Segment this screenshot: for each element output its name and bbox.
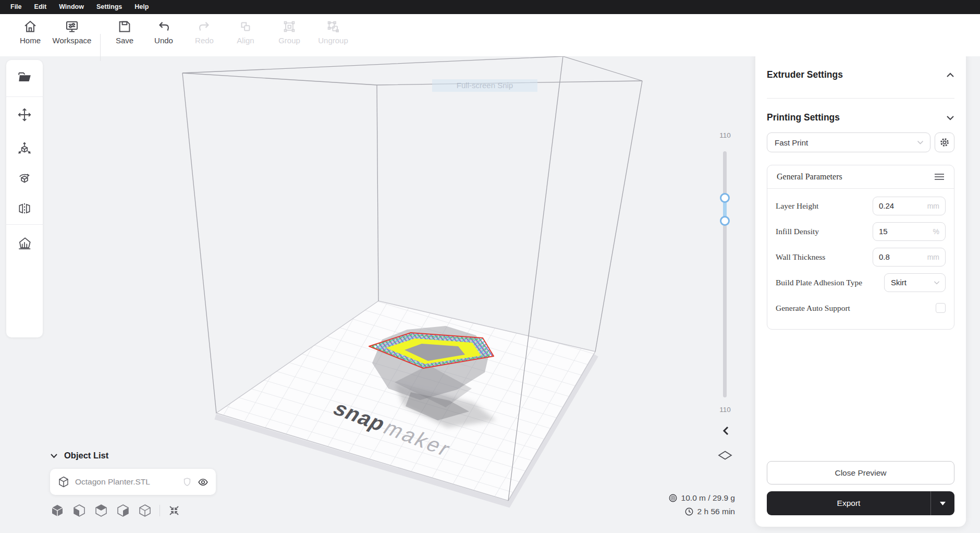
wall-thickness-unit: mm bbox=[927, 253, 939, 261]
layer-height-unit: mm bbox=[927, 202, 939, 210]
front-view-button[interactable] bbox=[72, 503, 87, 518]
extruder-settings-title: Extruder Settings bbox=[767, 69, 843, 80]
rotate-icon bbox=[17, 171, 32, 186]
workspace-label: Workspace bbox=[53, 36, 92, 45]
home-button[interactable]: Home bbox=[10, 19, 50, 45]
save-icon bbox=[117, 19, 132, 34]
auto-support-label: Generate Auto Support bbox=[776, 304, 850, 313]
settings-panel: Extruder Settings Printing Settings Fast… bbox=[755, 50, 966, 527]
export-button[interactable]: Export bbox=[767, 491, 954, 515]
undo-button[interactable]: Undo bbox=[144, 19, 183, 45]
ungroup-label: Ungroup bbox=[318, 36, 348, 45]
layer-bottom-value: 110 bbox=[713, 406, 737, 414]
layer-slider-upper-handle[interactable] bbox=[720, 193, 730, 203]
luban-app: snap maker Full-screen Snip Fi bbox=[0, 0, 980, 533]
top-view-button[interactable] bbox=[94, 503, 108, 518]
fit-view-icon[interactable] bbox=[167, 504, 181, 517]
group-icon bbox=[281, 19, 297, 34]
panel-bottom-actions: Close Preview Export bbox=[767, 461, 954, 515]
close-preview-button[interactable]: Close Preview bbox=[767, 461, 954, 484]
iso-view-button[interactable] bbox=[50, 503, 65, 518]
fullscreen-snip-tooltip: Full-screen Snip bbox=[432, 79, 537, 92]
chevron-down-icon[interactable] bbox=[946, 115, 954, 120]
object-list-title: Object List bbox=[64, 451, 108, 461]
printing-settings-title: Printing Settings bbox=[767, 112, 840, 123]
adhesion-type-row: Build Plate Adhesion Type Skirt bbox=[776, 270, 946, 295]
save-label: Save bbox=[116, 36, 133, 45]
group-button[interactable]: Group bbox=[270, 19, 309, 45]
support-tool-button[interactable] bbox=[13, 232, 36, 255]
move-icon bbox=[17, 107, 32, 123]
extruder-settings-header[interactable]: Extruder Settings bbox=[767, 69, 954, 80]
visibility-eye-icon[interactable] bbox=[198, 477, 209, 488]
view-preset-row bbox=[50, 503, 216, 518]
support-shield-icon[interactable] bbox=[182, 477, 192, 487]
print-profile-select[interactable]: Fast Print bbox=[767, 132, 930, 152]
align-label: Align bbox=[237, 36, 254, 45]
export-dropdown-button[interactable] bbox=[930, 491, 954, 515]
menu-window[interactable]: Window bbox=[53, 0, 90, 14]
scale-tool-button[interactable] bbox=[13, 137, 36, 160]
object-list-header[interactable]: Object List bbox=[50, 451, 216, 461]
mirror-icon bbox=[17, 201, 32, 216]
infill-density-row: Infill Density 15 % bbox=[776, 219, 946, 244]
collapse-slider-chevron[interactable] bbox=[721, 426, 730, 436]
general-parameters-card: General Parameters Layer Height 0.24 mm … bbox=[767, 165, 954, 330]
rotate-tool-button[interactable] bbox=[13, 167, 36, 190]
menu-file[interactable]: File bbox=[4, 0, 28, 14]
auto-support-checkbox[interactable] bbox=[936, 303, 946, 313]
object-name: Octagon Planter.STL bbox=[75, 477, 177, 487]
save-button[interactable]: Save bbox=[105, 19, 144, 45]
object-list: Object List Octagon Planter.STL bbox=[50, 451, 216, 518]
general-parameters-rows: Layer Height 0.24 mm Infill Density 15 %… bbox=[767, 189, 954, 329]
time-stat: 2 h 56 min bbox=[684, 507, 735, 516]
infill-density-unit: % bbox=[933, 227, 939, 236]
layer-height-input[interactable]: 0.24 mm bbox=[873, 197, 946, 215]
mirror-tool-button[interactable] bbox=[13, 197, 36, 220]
chevron-up-icon[interactable] bbox=[946, 72, 954, 78]
align-button[interactable]: Align bbox=[226, 19, 265, 45]
open-file-button[interactable] bbox=[13, 66, 36, 89]
rail-separator bbox=[6, 224, 43, 225]
object-list-item[interactable]: Octagon Planter.STL bbox=[50, 469, 216, 495]
layer-slider-lower-handle[interactable] bbox=[720, 216, 730, 226]
redo-icon bbox=[197, 19, 212, 34]
plate-diamond-icon[interactable] bbox=[718, 451, 732, 460]
caret-down-icon bbox=[940, 502, 946, 505]
wall-thickness-input[interactable]: 0.8 mm bbox=[873, 248, 946, 266]
home-icon bbox=[22, 19, 38, 34]
group-label: Group bbox=[278, 36, 300, 45]
wall-thickness-row: Wall Thickness 0.8 mm bbox=[776, 244, 946, 270]
profile-row: Fast Print bbox=[767, 132, 954, 152]
ungroup-button[interactable]: Ungroup bbox=[313, 19, 353, 45]
left-view-button[interactable] bbox=[116, 503, 130, 518]
clock-icon bbox=[684, 507, 694, 516]
print-profile-value: Fast Print bbox=[775, 138, 917, 147]
filament-usage: 10.0 m / 29.9 g bbox=[681, 493, 735, 503]
model-cube-icon bbox=[57, 476, 70, 488]
filament-stat: 10.0 m / 29.9 g bbox=[668, 493, 735, 503]
layer-height-label: Layer Height bbox=[776, 201, 818, 211]
general-parameters-title: General Parameters bbox=[777, 172, 842, 181]
printing-settings-header[interactable]: Printing Settings bbox=[767, 112, 954, 123]
profile-settings-button[interactable] bbox=[935, 132, 954, 152]
layer-slider-track[interactable] bbox=[723, 151, 727, 397]
export-label: Export bbox=[767, 499, 930, 508]
adhesion-type-value: Skirt bbox=[891, 278, 934, 287]
redo-button[interactable]: Redo bbox=[185, 19, 224, 45]
infill-density-input[interactable]: 15 % bbox=[873, 222, 946, 241]
workspace-button[interactable]: Workspace bbox=[52, 19, 92, 45]
infill-density-value: 15 bbox=[879, 227, 933, 236]
undo-icon bbox=[156, 19, 172, 34]
toolbar-separator bbox=[100, 34, 101, 61]
wall-thickness-value: 0.8 bbox=[879, 252, 927, 261]
move-tool-button[interactable] bbox=[13, 103, 36, 126]
right-view-button[interactable] bbox=[138, 503, 152, 518]
menu-edit[interactable]: Edit bbox=[28, 0, 53, 14]
menu-help[interactable]: Help bbox=[128, 0, 155, 14]
infill-density-label: Infill Density bbox=[776, 227, 819, 236]
menu-settings[interactable]: Settings bbox=[90, 0, 128, 14]
menu-hamburger-icon[interactable] bbox=[934, 173, 945, 180]
panel-divider bbox=[767, 98, 954, 99]
adhesion-type-select[interactable]: Skirt bbox=[884, 273, 946, 292]
